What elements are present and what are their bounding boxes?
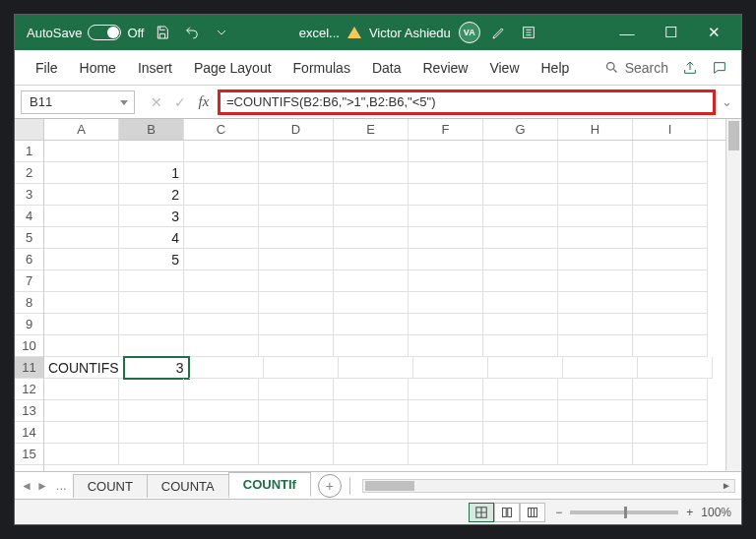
tab-page-layout[interactable]: Page Layout bbox=[183, 50, 283, 85]
cell-A2[interactable] bbox=[44, 162, 119, 184]
window-controls: — ☐ ✕ bbox=[605, 15, 735, 50]
row-header-3[interactable]: 3 bbox=[15, 184, 43, 206]
sheet-tab-counta[interactable]: COUNTA bbox=[147, 474, 229, 498]
sheet-tab-bar: ◄► ... COUNT COUNTA COUNTIf + ◄ ► bbox=[15, 471, 741, 499]
zoom-control[interactable]: − + 100% bbox=[555, 506, 731, 519]
tab-data[interactable]: Data bbox=[361, 50, 412, 85]
cell-C1[interactable] bbox=[184, 141, 259, 162]
formula-bar: B11 ✕ ✓ fx =COUNTIFS(B2:B6,">1",B2:B6,"<… bbox=[15, 86, 741, 119]
cell-F1[interactable] bbox=[409, 141, 483, 162]
sheet-tab-count[interactable]: COUNT bbox=[73, 474, 148, 498]
row-header-7[interactable]: 7 bbox=[15, 270, 43, 292]
add-sheet-button[interactable]: + bbox=[318, 474, 342, 498]
cell-A5[interactable] bbox=[44, 227, 119, 249]
tab-home[interactable]: Home bbox=[69, 50, 127, 85]
row-header-10[interactable]: 10 bbox=[15, 335, 43, 357]
formula-input[interactable]: =COUNTIFS(B2:B6,">1",B2:B6,"<5") bbox=[218, 90, 716, 115]
view-page-layout-icon[interactable] bbox=[494, 503, 520, 522]
cell-B3[interactable]: 2 bbox=[119, 184, 184, 206]
row-header-2[interactable]: 2 bbox=[15, 162, 43, 184]
row-header-8[interactable]: 8 bbox=[15, 292, 43, 314]
cell-I1[interactable] bbox=[633, 141, 708, 162]
row-header-14[interactable]: 14 bbox=[15, 422, 43, 444]
cells-area[interactable]: 1 2 3 4 5 COUNTIFS3 bbox=[44, 141, 741, 471]
autosave-toggle[interactable]: AutoSave Off bbox=[27, 25, 144, 40]
fx-icon[interactable]: fx bbox=[192, 90, 216, 114]
cell-B4[interactable]: 3 bbox=[119, 206, 184, 227]
warning-icon[interactable] bbox=[347, 27, 361, 38]
pen-icon[interactable] bbox=[488, 22, 510, 43]
minimize-button[interactable]: — bbox=[605, 15, 649, 50]
col-header-H[interactable]: H bbox=[558, 119, 633, 140]
col-header-B[interactable]: B bbox=[119, 119, 184, 140]
col-header-C[interactable]: C bbox=[184, 119, 259, 140]
name-box[interactable]: B11 bbox=[21, 90, 135, 114]
tab-view[interactable]: View bbox=[478, 50, 530, 85]
col-header-D[interactable]: D bbox=[259, 119, 334, 140]
cell-B5[interactable]: 4 bbox=[119, 227, 184, 249]
app-icon[interactable] bbox=[518, 22, 539, 43]
zoom-slider[interactable] bbox=[570, 510, 678, 514]
close-button[interactable]: ✕ bbox=[692, 15, 735, 50]
row-header-5[interactable]: 5 bbox=[15, 227, 43, 249]
row-header-11[interactable]: 11 bbox=[15, 357, 43, 379]
tab-formulas[interactable]: Formulas bbox=[283, 50, 361, 85]
tab-insert[interactable]: Insert bbox=[127, 50, 183, 85]
tab-review[interactable]: Review bbox=[412, 50, 479, 85]
formula-enter-icon[interactable]: ✓ bbox=[168, 90, 192, 114]
cell-A3[interactable] bbox=[44, 184, 119, 206]
comments-icon[interactable] bbox=[708, 56, 731, 80]
zoom-in-icon[interactable]: + bbox=[686, 506, 693, 519]
search-icon bbox=[604, 60, 619, 75]
col-header-E[interactable]: E bbox=[334, 119, 409, 140]
save-icon[interactable] bbox=[152, 22, 173, 43]
sheet-nav-arrows[interactable]: ◄► bbox=[21, 479, 48, 493]
col-header-G[interactable]: G bbox=[483, 119, 558, 140]
col-header-F[interactable]: F bbox=[409, 119, 483, 140]
cell-A6[interactable] bbox=[44, 249, 119, 270]
formula-expand-icon[interactable]: ⌄ bbox=[718, 90, 735, 114]
tab-help[interactable]: Help bbox=[531, 50, 581, 85]
sheet-tab-countif[interactable]: COUNTIf bbox=[228, 472, 311, 497]
view-page-break-icon[interactable] bbox=[520, 503, 545, 522]
cell-B1[interactable] bbox=[119, 141, 184, 162]
hscroll-thumb[interactable] bbox=[365, 481, 414, 491]
cell-B2[interactable]: 1 bbox=[119, 162, 184, 184]
row-header-6[interactable]: 6 bbox=[15, 249, 43, 270]
row-header-4[interactable]: 4 bbox=[15, 206, 43, 227]
row-header-12[interactable]: 12 bbox=[15, 379, 43, 400]
cell-A1[interactable] bbox=[44, 141, 119, 162]
cell-G1[interactable] bbox=[483, 141, 558, 162]
select-all-corner[interactable] bbox=[15, 119, 44, 140]
avatar[interactable]: VA bbox=[459, 22, 480, 43]
cell-B6[interactable]: 5 bbox=[119, 249, 184, 270]
undo-icon[interactable] bbox=[181, 22, 203, 43]
search-box[interactable]: Search bbox=[604, 60, 668, 76]
zoom-out-icon[interactable]: − bbox=[555, 506, 562, 519]
cell-A4[interactable] bbox=[44, 206, 119, 227]
row-header-9[interactable]: 9 bbox=[15, 314, 43, 335]
vertical-scrollbar[interactable] bbox=[725, 141, 741, 471]
col-header-A[interactable]: A bbox=[44, 119, 119, 140]
maximize-button[interactable]: ☐ bbox=[649, 15, 692, 50]
row-header-1[interactable]: 1 bbox=[15, 141, 43, 162]
cell-D1[interactable] bbox=[259, 141, 334, 162]
horizontal-scrollbar[interactable]: ◄ ► bbox=[362, 479, 735, 493]
cell-A11[interactable]: COUNTIFS bbox=[44, 357, 124, 379]
cell-E1[interactable] bbox=[334, 141, 409, 162]
cell-B11[interactable]: 3 bbox=[124, 357, 189, 379]
zoom-percent[interactable]: 100% bbox=[701, 506, 731, 519]
cell-H1[interactable] bbox=[558, 141, 633, 162]
row-header-13[interactable]: 13 bbox=[15, 400, 43, 422]
col-header-I[interactable]: I bbox=[633, 119, 708, 140]
formula-cancel-icon[interactable]: ✕ bbox=[145, 90, 168, 114]
share-icon[interactable] bbox=[678, 56, 702, 80]
scroll-right-icon[interactable]: ► bbox=[719, 480, 734, 492]
tab-file[interactable]: File bbox=[25, 50, 69, 85]
view-normal-icon[interactable] bbox=[469, 503, 494, 522]
undo-dropdown-icon[interactable] bbox=[211, 22, 232, 43]
scroll-thumb[interactable] bbox=[728, 141, 739, 150]
row-header-15[interactable]: 15 bbox=[15, 444, 43, 465]
toggle-switch[interactable] bbox=[88, 25, 121, 40]
hidden-sheets-indicator[interactable]: ... bbox=[56, 478, 67, 493]
